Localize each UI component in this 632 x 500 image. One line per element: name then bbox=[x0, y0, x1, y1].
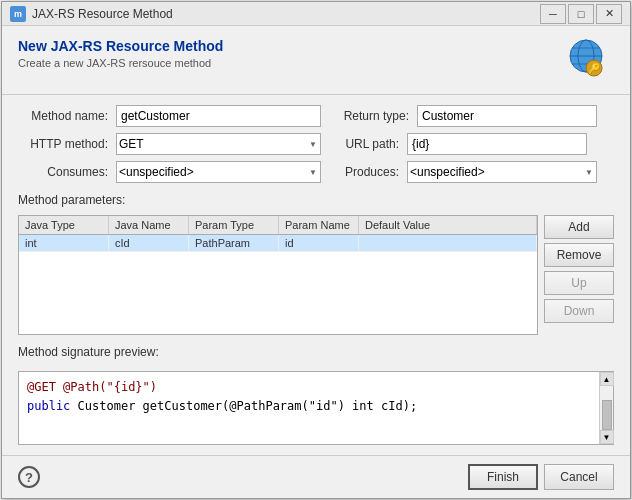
consumes-select-wrapper: <unspecified> application/json applicati… bbox=[116, 161, 321, 183]
consumes-label: Consumes: bbox=[18, 165, 108, 179]
preview-keyword-public: public bbox=[27, 399, 78, 413]
col-header-param-name: Param Name bbox=[279, 216, 359, 234]
close-button[interactable]: ✕ bbox=[596, 4, 622, 24]
preview-content: @GET @Path("{id}") public Customer getCu… bbox=[19, 372, 599, 444]
preview-annotation: @GET @Path("{id}") bbox=[27, 380, 157, 394]
svg-text:🔑: 🔑 bbox=[588, 62, 601, 75]
col-header-param-type: Param Type bbox=[189, 216, 279, 234]
preview-line-1: @GET @Path("{id}") bbox=[27, 378, 591, 397]
http-method-row: HTTP method: GET POST PUT DELETE URL pat… bbox=[18, 133, 614, 155]
scrollbar-up-arrow[interactable]: ▲ bbox=[600, 372, 614, 386]
method-name-label: Method name: bbox=[18, 109, 108, 123]
dialog-icon: 🔑 bbox=[566, 38, 614, 86]
cell-default-value bbox=[359, 235, 537, 251]
preview-section-label: Method signature preview: bbox=[18, 345, 614, 359]
method-name-input[interactable] bbox=[116, 105, 321, 127]
window-title: JAX-RS Resource Method bbox=[32, 7, 540, 21]
url-path-label: URL path: bbox=[329, 137, 399, 151]
http-method-label: HTTP method: bbox=[18, 137, 108, 151]
help-button[interactable]: ? bbox=[18, 466, 40, 488]
consumes-row: Consumes: <unspecified> application/json… bbox=[18, 161, 614, 183]
params-table-header: Java Type Java Name Param Type Param Nam… bbox=[19, 216, 537, 235]
produces-select-wrapper: <unspecified> application/json applicati… bbox=[407, 161, 597, 183]
cell-java-type: int bbox=[19, 235, 109, 251]
scrollbar-thumb[interactable] bbox=[602, 400, 612, 430]
dialog-title: New JAX-RS Resource Method bbox=[18, 38, 223, 54]
remove-button[interactable]: Remove bbox=[544, 243, 614, 267]
produces-select[interactable]: <unspecified> application/json applicati… bbox=[407, 161, 597, 183]
title-bar: m JAX-RS Resource Method ─ □ ✕ bbox=[2, 2, 630, 26]
add-button[interactable]: Add bbox=[544, 215, 614, 239]
maximize-button[interactable]: □ bbox=[568, 4, 594, 24]
http-method-select-wrapper: GET POST PUT DELETE bbox=[116, 133, 321, 155]
return-type-label: Return type: bbox=[329, 109, 409, 123]
minimize-button[interactable]: ─ bbox=[540, 4, 566, 24]
consumes-select[interactable]: <unspecified> application/json applicati… bbox=[116, 161, 321, 183]
dialog-subtitle: Create a new JAX-RS rersouce method bbox=[18, 57, 223, 69]
dialog-content: Method name: Return type: HTTP method: G… bbox=[2, 95, 630, 455]
table-row[interactable]: int cId PathParam id bbox=[19, 235, 537, 252]
col-header-java-type: Java Type bbox=[19, 216, 109, 234]
window-controls: ─ □ ✕ bbox=[540, 4, 622, 24]
produces-label: Produces: bbox=[329, 165, 399, 179]
params-table-area: Java Type Java Name Param Type Param Nam… bbox=[18, 215, 614, 335]
preview-signature: Customer getCustomer(@PathParam("id") in… bbox=[78, 399, 418, 413]
dialog-header: New JAX-RS Resource Method Create a new … bbox=[2, 26, 630, 95]
cell-param-type: PathParam bbox=[189, 235, 279, 251]
preview-scrollbar[interactable]: ▲ ▼ bbox=[599, 372, 613, 444]
col-header-default-value: Default Value bbox=[359, 216, 537, 234]
app-icon: m bbox=[10, 6, 26, 22]
params-section-label: Method parameters: bbox=[18, 193, 614, 207]
bottom-buttons: Finish Cancel bbox=[468, 464, 614, 490]
return-type-input[interactable] bbox=[417, 105, 597, 127]
scrollbar-down-arrow[interactable]: ▼ bbox=[600, 430, 614, 444]
finish-button[interactable]: Finish bbox=[468, 464, 538, 490]
params-table: Java Type Java Name Param Type Param Nam… bbox=[18, 215, 538, 335]
bottom-bar: ? Finish Cancel bbox=[2, 455, 630, 498]
preview-line-2: public Customer getCustomer(@PathParam("… bbox=[27, 397, 591, 416]
cell-java-name: cId bbox=[109, 235, 189, 251]
cancel-button[interactable]: Cancel bbox=[544, 464, 614, 490]
params-side-buttons: Add Remove Up Down bbox=[544, 215, 614, 335]
url-path-input[interactable] bbox=[407, 133, 587, 155]
down-button[interactable]: Down bbox=[544, 299, 614, 323]
up-button[interactable]: Up bbox=[544, 271, 614, 295]
preview-section: @GET @Path("{id}") public Customer getCu… bbox=[18, 371, 614, 445]
main-window: m JAX-RS Resource Method ─ □ ✕ New JAX-R… bbox=[1, 1, 631, 499]
col-header-java-name: Java Name bbox=[109, 216, 189, 234]
method-name-row: Method name: Return type: bbox=[18, 105, 614, 127]
cell-param-name: id bbox=[279, 235, 359, 251]
http-method-select[interactable]: GET POST PUT DELETE bbox=[116, 133, 321, 155]
params-table-body: int cId PathParam id bbox=[19, 235, 537, 325]
